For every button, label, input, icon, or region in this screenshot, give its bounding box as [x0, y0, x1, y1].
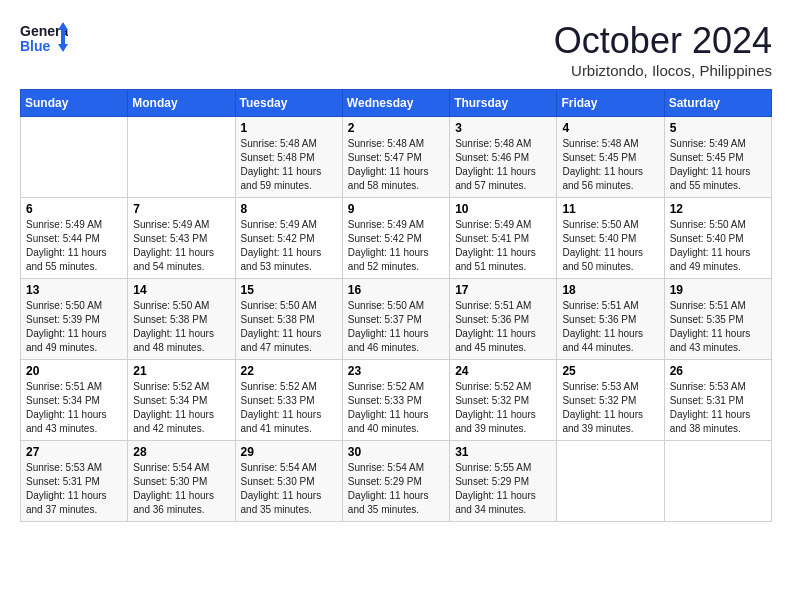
calendar-cell: 2 Sunrise: 5:48 AMSunset: 5:47 PMDayligh…	[342, 117, 449, 198]
location: Urbiztondo, Ilocos, Philippines	[554, 62, 772, 79]
calendar-cell: 26 Sunrise: 5:53 AMSunset: 5:31 PMDaylig…	[664, 360, 771, 441]
day-number: 4	[562, 121, 658, 135]
calendar-cell: 27 Sunrise: 5:53 AMSunset: 5:31 PMDaylig…	[21, 441, 128, 522]
page-header: General Blue October 2024 Urbiztondo, Il…	[20, 20, 772, 79]
svg-text:Blue: Blue	[20, 38, 51, 54]
day-number: 26	[670, 364, 766, 378]
day-number: 25	[562, 364, 658, 378]
calendar-week-2: 6 Sunrise: 5:49 AMSunset: 5:44 PMDayligh…	[21, 198, 772, 279]
calendar-cell: 6 Sunrise: 5:49 AMSunset: 5:44 PMDayligh…	[21, 198, 128, 279]
day-number: 5	[670, 121, 766, 135]
logo: General Blue	[20, 20, 68, 60]
logo-svg: General Blue	[20, 20, 68, 60]
day-detail: Sunrise: 5:55 AMSunset: 5:29 PMDaylight:…	[455, 462, 536, 515]
weekday-header-sunday: Sunday	[21, 90, 128, 117]
calendar-cell: 22 Sunrise: 5:52 AMSunset: 5:33 PMDaylig…	[235, 360, 342, 441]
day-detail: Sunrise: 5:49 AMSunset: 5:44 PMDaylight:…	[26, 219, 107, 272]
day-detail: Sunrise: 5:51 AMSunset: 5:36 PMDaylight:…	[455, 300, 536, 353]
calendar-table: SundayMondayTuesdayWednesdayThursdayFrid…	[20, 89, 772, 522]
weekday-header-friday: Friday	[557, 90, 664, 117]
calendar-cell: 17 Sunrise: 5:51 AMSunset: 5:36 PMDaylig…	[450, 279, 557, 360]
calendar-cell: 11 Sunrise: 5:50 AMSunset: 5:40 PMDaylig…	[557, 198, 664, 279]
day-detail: Sunrise: 5:51 AMSunset: 5:34 PMDaylight:…	[26, 381, 107, 434]
weekday-header-row: SundayMondayTuesdayWednesdayThursdayFrid…	[21, 90, 772, 117]
day-detail: Sunrise: 5:50 AMSunset: 5:37 PMDaylight:…	[348, 300, 429, 353]
day-number: 19	[670, 283, 766, 297]
day-number: 10	[455, 202, 551, 216]
calendar-cell: 7 Sunrise: 5:49 AMSunset: 5:43 PMDayligh…	[128, 198, 235, 279]
day-detail: Sunrise: 5:52 AMSunset: 5:34 PMDaylight:…	[133, 381, 214, 434]
calendar-week-4: 20 Sunrise: 5:51 AMSunset: 5:34 PMDaylig…	[21, 360, 772, 441]
day-number: 21	[133, 364, 229, 378]
day-number: 31	[455, 445, 551, 459]
calendar-cell: 5 Sunrise: 5:49 AMSunset: 5:45 PMDayligh…	[664, 117, 771, 198]
day-number: 8	[241, 202, 337, 216]
calendar-cell: 15 Sunrise: 5:50 AMSunset: 5:38 PMDaylig…	[235, 279, 342, 360]
day-number: 18	[562, 283, 658, 297]
weekday-header-saturday: Saturday	[664, 90, 771, 117]
calendar-cell: 3 Sunrise: 5:48 AMSunset: 5:46 PMDayligh…	[450, 117, 557, 198]
day-detail: Sunrise: 5:49 AMSunset: 5:43 PMDaylight:…	[133, 219, 214, 272]
calendar-cell: 9 Sunrise: 5:49 AMSunset: 5:42 PMDayligh…	[342, 198, 449, 279]
calendar-body: 1 Sunrise: 5:48 AMSunset: 5:48 PMDayligh…	[21, 117, 772, 522]
calendar-cell	[128, 117, 235, 198]
day-detail: Sunrise: 5:52 AMSunset: 5:32 PMDaylight:…	[455, 381, 536, 434]
month-title: October 2024	[554, 20, 772, 62]
weekday-header-monday: Monday	[128, 90, 235, 117]
calendar-cell: 10 Sunrise: 5:49 AMSunset: 5:41 PMDaylig…	[450, 198, 557, 279]
day-number: 3	[455, 121, 551, 135]
day-number: 20	[26, 364, 122, 378]
day-number: 30	[348, 445, 444, 459]
day-detail: Sunrise: 5:50 AMSunset: 5:38 PMDaylight:…	[241, 300, 322, 353]
day-number: 13	[26, 283, 122, 297]
calendar-cell: 21 Sunrise: 5:52 AMSunset: 5:34 PMDaylig…	[128, 360, 235, 441]
day-detail: Sunrise: 5:52 AMSunset: 5:33 PMDaylight:…	[241, 381, 322, 434]
calendar-week-1: 1 Sunrise: 5:48 AMSunset: 5:48 PMDayligh…	[21, 117, 772, 198]
day-number: 7	[133, 202, 229, 216]
calendar-cell: 4 Sunrise: 5:48 AMSunset: 5:45 PMDayligh…	[557, 117, 664, 198]
day-number: 11	[562, 202, 658, 216]
day-detail: Sunrise: 5:54 AMSunset: 5:29 PMDaylight:…	[348, 462, 429, 515]
day-detail: Sunrise: 5:49 AMSunset: 5:42 PMDaylight:…	[348, 219, 429, 272]
day-number: 2	[348, 121, 444, 135]
calendar-cell: 19 Sunrise: 5:51 AMSunset: 5:35 PMDaylig…	[664, 279, 771, 360]
calendar-cell: 14 Sunrise: 5:50 AMSunset: 5:38 PMDaylig…	[128, 279, 235, 360]
weekday-header-tuesday: Tuesday	[235, 90, 342, 117]
calendar-cell: 24 Sunrise: 5:52 AMSunset: 5:32 PMDaylig…	[450, 360, 557, 441]
calendar-cell: 31 Sunrise: 5:55 AMSunset: 5:29 PMDaylig…	[450, 441, 557, 522]
day-number: 9	[348, 202, 444, 216]
day-detail: Sunrise: 5:48 AMSunset: 5:45 PMDaylight:…	[562, 138, 643, 191]
day-number: 23	[348, 364, 444, 378]
day-number: 29	[241, 445, 337, 459]
calendar-cell: 12 Sunrise: 5:50 AMSunset: 5:40 PMDaylig…	[664, 198, 771, 279]
day-number: 22	[241, 364, 337, 378]
day-detail: Sunrise: 5:48 AMSunset: 5:48 PMDaylight:…	[241, 138, 322, 191]
day-detail: Sunrise: 5:49 AMSunset: 5:42 PMDaylight:…	[241, 219, 322, 272]
day-number: 14	[133, 283, 229, 297]
day-detail: Sunrise: 5:54 AMSunset: 5:30 PMDaylight:…	[241, 462, 322, 515]
day-detail: Sunrise: 5:53 AMSunset: 5:32 PMDaylight:…	[562, 381, 643, 434]
calendar-cell: 28 Sunrise: 5:54 AMSunset: 5:30 PMDaylig…	[128, 441, 235, 522]
day-detail: Sunrise: 5:50 AMSunset: 5:39 PMDaylight:…	[26, 300, 107, 353]
day-number: 27	[26, 445, 122, 459]
calendar-cell: 8 Sunrise: 5:49 AMSunset: 5:42 PMDayligh…	[235, 198, 342, 279]
day-detail: Sunrise: 5:50 AMSunset: 5:38 PMDaylight:…	[133, 300, 214, 353]
calendar-cell: 25 Sunrise: 5:53 AMSunset: 5:32 PMDaylig…	[557, 360, 664, 441]
calendar-cell: 13 Sunrise: 5:50 AMSunset: 5:39 PMDaylig…	[21, 279, 128, 360]
calendar-week-5: 27 Sunrise: 5:53 AMSunset: 5:31 PMDaylig…	[21, 441, 772, 522]
calendar-cell: 29 Sunrise: 5:54 AMSunset: 5:30 PMDaylig…	[235, 441, 342, 522]
day-detail: Sunrise: 5:52 AMSunset: 5:33 PMDaylight:…	[348, 381, 429, 434]
title-block: October 2024 Urbiztondo, Ilocos, Philipp…	[554, 20, 772, 79]
calendar-cell: 16 Sunrise: 5:50 AMSunset: 5:37 PMDaylig…	[342, 279, 449, 360]
day-detail: Sunrise: 5:49 AMSunset: 5:45 PMDaylight:…	[670, 138, 751, 191]
calendar-cell: 18 Sunrise: 5:51 AMSunset: 5:36 PMDaylig…	[557, 279, 664, 360]
day-detail: Sunrise: 5:48 AMSunset: 5:47 PMDaylight:…	[348, 138, 429, 191]
calendar-cell	[557, 441, 664, 522]
day-number: 16	[348, 283, 444, 297]
day-detail: Sunrise: 5:53 AMSunset: 5:31 PMDaylight:…	[670, 381, 751, 434]
day-number: 15	[241, 283, 337, 297]
weekday-header-wednesday: Wednesday	[342, 90, 449, 117]
day-detail: Sunrise: 5:49 AMSunset: 5:41 PMDaylight:…	[455, 219, 536, 272]
calendar-cell	[664, 441, 771, 522]
day-number: 28	[133, 445, 229, 459]
